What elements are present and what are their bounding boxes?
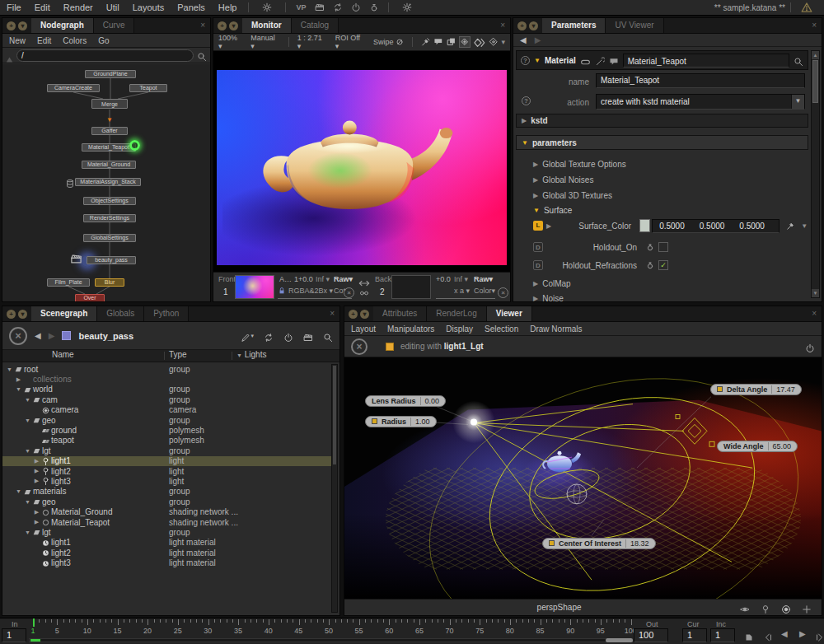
scrollbar[interactable]: ▲ ▼: [811, 50, 820, 298]
hud-center-of-interest[interactable]: Center Of Interest18.32: [542, 538, 656, 549]
viewer-menu-display[interactable]: Display: [446, 324, 473, 334]
deselect-icon[interactable]: ×: [351, 338, 368, 355]
pane-split-icon[interactable]: +: [218, 21, 227, 30]
pane-menu-icon[interactable]: ▾: [18, 310, 27, 319]
scenegraph-row-teapot[interactable]: teapotpolymesh: [2, 436, 331, 446]
collapsed-icon[interactable]: ▶: [33, 468, 40, 474]
default-badge[interactable]: D: [533, 242, 543, 252]
column-name[interactable]: Name: [52, 350, 74, 359]
timeline-groove[interactable]: [29, 638, 633, 642]
back-icon[interactable]: ◀: [35, 331, 41, 340]
camera-name[interactable]: perspShape: [537, 603, 582, 612]
node-blur[interactable]: Blur: [95, 278, 124, 287]
expanded-icon[interactable]: ▼: [24, 499, 31, 505]
playhead-groove-marker[interactable]: [30, 639, 40, 642]
power-icon[interactable]: [805, 342, 815, 352]
scenegraph-row-light2[interactable]: ▶light2light: [2, 466, 331, 476]
refresh-icon[interactable]: [264, 331, 274, 341]
prev-keyframe-icon[interactable]: [763, 631, 773, 641]
collapsed-icon[interactable]: ▶: [33, 478, 40, 484]
scenegraph-row-geo[interactable]: ▼geogroup: [2, 415, 331, 425]
node-rendersettings[interactable]: RenderSettings: [83, 214, 136, 222]
nodegraph-menu-new[interactable]: New: [9, 36, 26, 45]
back-clamp[interactable]: Inf ▾: [454, 275, 468, 283]
color-values[interactable]: 0.50000.50000.5000: [652, 219, 780, 233]
node-material_ground[interactable]: Material_Ground: [82, 161, 136, 169]
frame-ruler[interactable]: 1510152025303540455055606570758085909510…: [29, 618, 633, 644]
expanded-icon[interactable]: ▼: [15, 488, 22, 494]
settings-gear-icon[interactable]: [262, 2, 272, 12]
edit-mode-icon[interactable]: ▾: [241, 331, 254, 341]
edit-flag-glow[interactable]: [129, 140, 140, 151]
expanded-icon[interactable]: ▼: [6, 366, 13, 372]
eyedropper-icon[interactable]: [421, 37, 431, 47]
update-mode-select[interactable]: Manual ▾: [250, 34, 280, 50]
pane-split-icon[interactable]: +: [349, 310, 358, 319]
scenegraph-row-material_teapot[interactable]: ▶Material_Teapotshading network ...: [2, 517, 331, 527]
aperture-icon[interactable]: [781, 603, 791, 613]
node-groundplane[interactable]: GroundPlane: [85, 70, 136, 78]
default-badge[interactable]: D: [533, 260, 543, 270]
node-gaffer[interactable]: Gaffer: [91, 127, 128, 135]
scenegraph-row-world[interactable]: ▼worldgroup: [2, 385, 331, 394]
scenegraph-row-lgt[interactable]: ▼lgtgroup: [2, 446, 331, 455]
scenegraph-row-camera[interactable]: cameracamera: [2, 405, 331, 415]
hud-lens-radius[interactable]: Lens Radius0.00: [365, 395, 446, 407]
hud-radius[interactable]: Radius1.00: [365, 416, 437, 427]
tab-monitor[interactable]: Monitor: [242, 18, 292, 33]
menu-panels[interactable]: Panels: [171, 2, 212, 12]
chevron-down-icon[interactable]: ▾: [501, 38, 505, 46]
front-exposure[interactable]: 1+0.0: [294, 275, 313, 283]
front-clamp[interactable]: Inf ▾: [316, 275, 330, 283]
next-keyframe-icon[interactable]: [815, 631, 824, 641]
ratio-select[interactable]: 1 : 2.71 ▾: [297, 34, 327, 50]
warning-icon[interactable]: [801, 2, 812, 13]
menu-render[interactable]: Render: [57, 2, 100, 12]
cur-field[interactable]: 1: [682, 628, 707, 642]
column-type[interactable]: Type: [169, 350, 187, 359]
visibility-eye-icon[interactable]: [740, 603, 750, 613]
nodegraph-menu-edit[interactable]: Edit: [37, 36, 51, 45]
comment-icon[interactable]: [433, 37, 443, 47]
tab-catalog[interactable]: Catalog: [292, 18, 339, 33]
expression-icon[interactable]: [645, 242, 655, 252]
roi-select[interactable]: ROI Off ▾: [335, 34, 365, 50]
node-objectsettings[interactable]: ObjectSettings: [83, 197, 136, 205]
menu-layouts[interactable]: Layouts: [126, 2, 171, 12]
scenegraph-row-ground[interactable]: groundpolymesh: [2, 425, 331, 435]
scroll-thumb[interactable]: [812, 60, 818, 103]
viewer-menu-selection[interactable]: Selection: [485, 324, 518, 334]
back-raw[interactable]: Raw▾: [474, 275, 493, 283]
node-materialassign_stack[interactable]: MaterialAssign_Stack: [75, 178, 141, 186]
step-forward-icon[interactable]: ▶: [799, 629, 806, 638]
step-back-icon[interactable]: ◀: [781, 629, 788, 638]
node-merge[interactable]: Merge: [91, 99, 128, 109]
scenegraph-row-lgt[interactable]: ▼lgtgroup: [2, 527, 331, 537]
front-clear-icon[interactable]: ×: [344, 287, 354, 298]
help-icon[interactable]: ?: [521, 56, 530, 65]
expression-icon[interactable]: [645, 260, 655, 270]
front-alpha[interactable]: A…: [279, 275, 292, 283]
pane-split-icon[interactable]: +: [7, 21, 16, 30]
pane-menu-icon[interactable]: ▾: [360, 310, 369, 319]
collapsed-icon[interactable]: ▶: [15, 376, 22, 383]
back-exposure[interactable]: +0.0: [436, 275, 451, 283]
search-icon[interactable]: [323, 331, 333, 341]
view-flag-triangle[interactable]: ▼: [106, 117, 113, 124]
collapsed-icon[interactable]: ▶: [33, 519, 40, 525]
in-field[interactable]: 1: [2, 628, 26, 642]
scroll-down-icon[interactable]: ▼: [812, 289, 819, 297]
scenegraph-row-material_ground[interactable]: ▶Material_Groundshading network ...: [2, 506, 331, 516]
scenegraph-row-light1[interactable]: light1light material: [2, 538, 331, 548]
light-pin-icon[interactable]: [761, 603, 770, 613]
color-swatch[interactable]: [639, 219, 650, 232]
nodegraph-menu-go[interactable]: Go: [98, 36, 109, 45]
link-icon[interactable]: [359, 288, 369, 296]
flag-frame-icon[interactable]: [744, 631, 754, 641]
tab-uv-viewer[interactable]: UV Viewer: [606, 18, 663, 33]
menu-util[interactable]: Util: [100, 2, 126, 12]
tab-scenegraph[interactable]: Scenegraph: [31, 306, 97, 321]
expanded-icon[interactable]: ▼: [15, 386, 22, 392]
power-icon[interactable]: [351, 2, 361, 12]
badge-pill-icon[interactable]: [580, 56, 591, 64]
